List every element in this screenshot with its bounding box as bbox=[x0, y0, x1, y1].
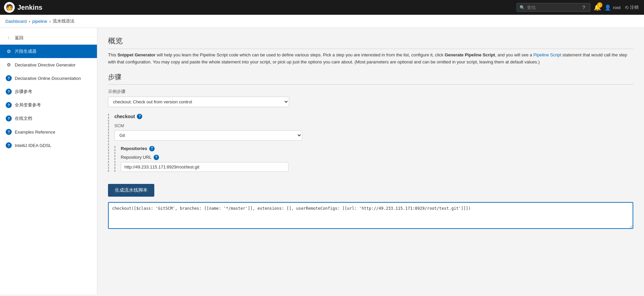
sidebar-item-steps-reference[interactable]: ? 步骤参考 bbox=[0, 85, 97, 98]
sidebar-item-declarative-online-doc[interactable]: ? Declarative Online Documentation bbox=[0, 71, 97, 85]
logout-label: 注销 bbox=[630, 4, 639, 10]
logout-icon: ⎋ bbox=[625, 4, 629, 10]
checkout-section: checkout ? SCM Git Subversion None Repos… bbox=[108, 114, 633, 172]
help-circle-icon[interactable]: ? bbox=[583, 5, 585, 10]
sidebar-item-declarative-directive[interactable]: ⚙ Declarative Directive Generator bbox=[0, 58, 97, 71]
search-box: 🔍 ? bbox=[517, 3, 590, 12]
back-icon: ↑ bbox=[5, 35, 12, 41]
logout-button[interactable]: ⎋ 注销 bbox=[624, 4, 640, 10]
repo-url-input[interactable] bbox=[121, 162, 288, 172]
help-icon-global: ? bbox=[5, 102, 12, 108]
output-script-area[interactable] bbox=[108, 202, 633, 229]
sidebar-item-examples-reference[interactable]: ? Examples Reference bbox=[0, 125, 97, 139]
repo-url-label: Repository URL ? bbox=[121, 155, 633, 160]
scm-label: SCM bbox=[114, 123, 633, 128]
help-icon-steps: ? bbox=[5, 88, 12, 95]
jenkins-title: Jenkins bbox=[17, 4, 42, 11]
main-layout: ↑ 返回 ⚙ 片段生成器 ⚙ Declarative Directive Gen… bbox=[0, 28, 644, 294]
repo-url-help-icon[interactable]: ? bbox=[154, 155, 159, 160]
main-content: 概览 This Snippet Generator will help you … bbox=[97, 28, 644, 294]
checkout-label: checkout bbox=[114, 114, 135, 119]
username-label: root bbox=[613, 5, 621, 10]
sidebar-item-examples-label: Examples Reference bbox=[15, 130, 55, 135]
sidebar-item-online-docs[interactable]: ? 在线文档 bbox=[0, 112, 97, 125]
sidebar-item-directive-label: Declarative Directive Generator bbox=[15, 62, 75, 67]
help-icon-online-doc: ? bbox=[5, 75, 12, 82]
generate-button[interactable]: 生成流水线脚本 bbox=[108, 184, 154, 197]
breadcrumb-current: 流水线语法 bbox=[53, 18, 74, 24]
search-icon: 🔍 bbox=[520, 5, 525, 10]
search-input[interactable] bbox=[527, 5, 581, 10]
gear-icon-directive: ⚙ bbox=[5, 61, 12, 68]
sidebar-item-online-doc-label: Declarative Online Documentation bbox=[15, 76, 81, 81]
breadcrumb-arrow-1: › bbox=[29, 19, 30, 24]
repo-url-section: Repository URL ? bbox=[121, 155, 633, 172]
help-icon-examples: ? bbox=[5, 129, 12, 135]
sample-step-label: 示例步骤 bbox=[108, 89, 633, 95]
jenkins-avatar: 🧑 bbox=[4, 2, 15, 13]
sidebar-item-intellij-label: IntelliJ IDEA GDSL bbox=[15, 143, 51, 148]
repositories-section: Repositories ? Repository URL ? bbox=[114, 146, 633, 172]
repositories-header: Repositories ? bbox=[121, 146, 633, 151]
repositories-help-icon[interactable]: ? bbox=[149, 146, 155, 151]
overview-title: 概览 bbox=[108, 36, 633, 49]
top-nav: 🧑 Jenkins 🔍 ? 🔔 1 👤 root ⎋ 注销 bbox=[0, 0, 644, 15]
intro-text: This Snippet Generator will help you lea… bbox=[108, 52, 633, 66]
checkout-help-icon[interactable]: ? bbox=[137, 114, 142, 119]
sidebar-item-snippet-label: 片段生成器 bbox=[15, 48, 37, 54]
repositories-label: Repositories bbox=[121, 146, 147, 151]
sidebar: ↑ 返回 ⚙ 片段生成器 ⚙ Declarative Directive Gen… bbox=[0, 28, 97, 294]
sidebar-item-intellij[interactable]: ? IntelliJ IDEA GDSL bbox=[0, 139, 97, 152]
sidebar-item-global-variables[interactable]: ? 全局变量参考 bbox=[0, 98, 97, 112]
jenkins-logo[interactable]: 🧑 Jenkins bbox=[4, 2, 42, 13]
user-section[interactable]: 👤 root bbox=[604, 4, 621, 11]
notification-badge: 1 bbox=[597, 2, 602, 8]
help-icon-online: ? bbox=[5, 115, 12, 122]
user-icon: 👤 bbox=[604, 4, 611, 11]
sidebar-item-back[interactable]: ↑ 返回 bbox=[0, 31, 97, 45]
sidebar-item-steps-label: 步骤参考 bbox=[15, 89, 32, 95]
steps-title: 步骤 bbox=[108, 72, 633, 85]
gear-icon-active: ⚙ bbox=[5, 48, 12, 55]
breadcrumb-dashboard[interactable]: Dashboard bbox=[5, 19, 27, 24]
sidebar-item-global-label: 全局变量参考 bbox=[15, 102, 41, 108]
breadcrumb: Dashboard › pipeline › 流水线语法 bbox=[0, 15, 644, 28]
breadcrumb-arrow-2: › bbox=[49, 19, 51, 24]
scm-select[interactable]: Git Subversion None bbox=[114, 130, 302, 141]
sidebar-item-snippet-generator[interactable]: ⚙ 片段生成器 bbox=[0, 45, 97, 58]
sidebar-item-back-label: 返回 bbox=[15, 35, 23, 41]
breadcrumb-pipeline[interactable]: pipeline bbox=[32, 19, 47, 24]
help-icon-intellij: ? bbox=[5, 142, 12, 149]
notification-bell[interactable]: 🔔 1 bbox=[594, 4, 601, 11]
sample-step-select[interactable]: checkout: Check out from version control… bbox=[108, 97, 289, 107]
checkout-header: checkout ? bbox=[114, 114, 633, 119]
sidebar-item-online-label: 在线文档 bbox=[15, 115, 32, 121]
